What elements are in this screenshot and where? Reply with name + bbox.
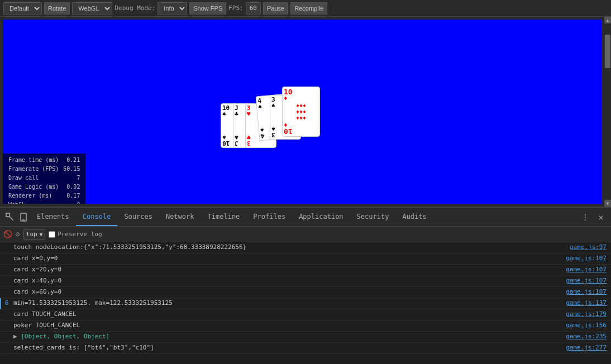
log-source[interactable]: game.js:107	[566, 288, 611, 295]
devtools-tabs-list: Elements Console Sources Network Timelin…	[30, 208, 579, 226]
fps-row-value-1: 60.15	[61, 165, 82, 174]
card-10-diamonds: 10♦ ♦♦♦♦♦♦♦♦♦ 10♦	[282, 87, 320, 137]
log-message: poker TOUCH_CANCEL	[12, 322, 566, 329]
log-row: touch nodeLocation:{"x":71.5333251953125…	[0, 242, 611, 253]
fps-overlay: Frame time (ms)0.21 Framerate (FPS)60.15…	[3, 154, 85, 204]
more-options-icon[interactable]: ⋮	[579, 210, 592, 224]
default-select[interactable]: Default	[3, 2, 42, 15]
console-toolbar: 🚫 ⊘ top ▼ Preserve log	[0, 227, 611, 242]
canvas-area: Frame time (ms)0.21 Framerate (FPS)60.15…	[0, 17, 611, 207]
canvas-viewport: Frame time (ms)0.21 Framerate (FPS)60.15…	[3, 20, 602, 204]
scroll-track[interactable]	[604, 23, 611, 200]
log-row: card x=40,y=0game.js:107	[0, 276, 611, 287]
scroll-thumb[interactable]	[605, 35, 610, 68]
fps-row-label-3: Game Logic (ms)	[6, 183, 61, 191]
tab-elements[interactable]: Elements	[30, 208, 76, 226]
log-row: ▶ [Object, Object, Object]game.js:235	[0, 332, 611, 343]
filter-select-arrow: ▼	[40, 232, 42, 237]
fps-row-label-2: Draw call	[6, 174, 61, 183]
close-devtools-icon[interactable]: ✕	[594, 210, 608, 224]
pause-button[interactable]: Pause	[263, 2, 288, 15]
recompile-button[interactable]: Recompile	[290, 2, 327, 15]
console-log-area[interactable]: touch nodeLocation:{"x":71.5333251953125…	[0, 242, 611, 364]
log-row: card x=0,y=0game.js:107	[0, 253, 611, 265]
fps-row-value-0: 0.21	[61, 156, 82, 165]
devtools-tab-bar: Elements Console Sources Network Timelin…	[0, 208, 611, 227]
inspect-element-icon[interactable]	[3, 210, 17, 224]
log-message: selected_cards is: ["bt4","bt3","c10"]	[12, 344, 566, 351]
preserve-log-label[interactable]: Preserve log	[49, 231, 102, 238]
tab-audits[interactable]: Audits	[395, 208, 433, 226]
log-row: 6min=71.5333251953125, max=122.533325195…	[0, 298, 611, 309]
scroll-up-arrow[interactable]: ▲	[604, 17, 611, 23]
log-row: selected_cards is: ["bt4","bt3","c10"]ga…	[0, 343, 611, 354]
log-message: touch nodeLocation:{"x":71.5333251953125…	[12, 243, 570, 251]
log-message: min=71.5333251953125, max=122.5333251953…	[12, 299, 566, 306]
fps-row-value-2: 7	[61, 174, 82, 183]
log-source[interactable]: game.js:107	[566, 255, 611, 262]
filter-select-wrapper[interactable]: top ▼	[23, 229, 45, 240]
main-toolbar: Default Rotate WebGL Debug Mode: Info Sh…	[0, 0, 611, 17]
log-message: card x=0,y=0	[12, 255, 566, 262]
log-source[interactable]: game.js:277	[566, 344, 611, 351]
preserve-log-text: Preserve log	[58, 231, 102, 238]
debug-mode-label: Debug Mode:	[114, 4, 155, 12]
tab-console[interactable]: Console	[76, 208, 118, 226]
log-message: card x=20,y=0	[12, 266, 566, 273]
rotate-button[interactable]: Rotate	[44, 2, 70, 15]
log-source[interactable]: game.js:179	[566, 310, 611, 318]
tab-security[interactable]: Security	[350, 208, 396, 226]
log-gutter: 6	[1, 299, 12, 306]
tab-profiles[interactable]: Profiles	[246, 208, 292, 226]
tab-sources[interactable]: Sources	[117, 208, 159, 226]
vertical-scrollbar[interactable]: ▲ ▼	[604, 17, 611, 207]
log-source[interactable]: game.js:137	[566, 299, 611, 306]
log-source[interactable]: game.js:107	[566, 277, 611, 284]
device-mode-icon[interactable]	[17, 210, 30, 224]
log-row: card x=20,y=0game.js:107	[0, 265, 611, 276]
webgl-select[interactable]: WebGL	[72, 2, 112, 15]
clear-console-icon[interactable]: 🚫	[3, 230, 12, 238]
fps-row-label-1: Framerate (FPS)	[6, 165, 61, 174]
filter-icon[interactable]: ⊘	[16, 230, 20, 238]
tab-application[interactable]: Application	[292, 208, 350, 226]
fps-row-label-4: Renderer (ms)	[6, 191, 61, 200]
svg-rect-1	[6, 213, 9, 217]
fps-row-value-5: 0	[61, 200, 82, 204]
log-row: card TOUCH_CANCELgame.js:179	[0, 309, 611, 320]
log-source[interactable]: game.js:97	[570, 243, 611, 251]
filter-select-value: top	[26, 231, 37, 238]
log-message: card TOUCH_CANCEL	[12, 310, 566, 318]
log-source[interactable]: game.js:235	[566, 333, 611, 340]
log-message: card x=40,y=0	[12, 277, 566, 284]
fps-row-value-4: 0.17	[61, 191, 82, 200]
scroll-down-arrow[interactable]: ▼	[604, 200, 611, 207]
fps-row-label-5: WebGL	[6, 200, 61, 204]
debug-mode-select[interactable]: Info	[157, 2, 187, 15]
tab-network[interactable]: Network	[159, 208, 201, 226]
log-row: poker TOUCH_CANCELgame.js:156	[0, 320, 611, 332]
expand-arrow[interactable]: ▶	[13, 333, 17, 340]
tab-timeline[interactable]: Timeline	[201, 208, 247, 226]
log-row: card x=60,y=0game.js:107	[0, 287, 611, 298]
fps-label: FPS:	[228, 4, 244, 12]
show-fps-button[interactable]: Show FPS	[189, 2, 226, 15]
svg-line-2	[9, 217, 13, 221]
preserve-log-checkbox[interactable]	[49, 231, 55, 238]
log-message: ▶ [Object, Object, Object]	[12, 333, 566, 340]
devtools-actions: ⋮ ✕	[579, 210, 608, 224]
devtools-panel: Elements Console Sources Network Timelin…	[0, 207, 611, 364]
log-message: card x=60,y=0	[12, 288, 566, 295]
log-source[interactable]: game.js:107	[566, 266, 611, 273]
fps-row-value-3: 0.02	[61, 183, 82, 191]
fps-value: 60	[246, 2, 261, 15]
log-source[interactable]: game.js:156	[566, 322, 611, 329]
fps-row-label-0: Frame time (ms)	[6, 156, 61, 165]
